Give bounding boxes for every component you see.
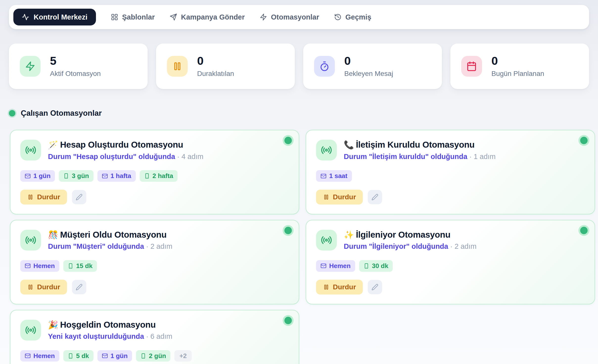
stat-label: Duraklatılan (197, 70, 234, 78)
mail-badge: 1 hafta (97, 170, 136, 182)
pencil-icon (76, 284, 83, 291)
send-icon (170, 13, 177, 21)
stop-button-label: Durdur (37, 193, 60, 201)
badge-label: 15 dk (76, 262, 93, 270)
badge-row: 1 saat (316, 170, 585, 182)
stop-button[interactable]: Durdur (316, 280, 363, 295)
edit-button[interactable] (368, 190, 382, 204)
zap-icon-tile (20, 56, 41, 77)
history-icon (334, 13, 342, 21)
tab-label: Şablonlar (122, 13, 155, 21)
mail-badge: 1 gün (97, 350, 132, 362)
badge-label: 2 gün (149, 352, 166, 360)
automation-emoji: 🎊 (48, 230, 58, 239)
phone-icon (63, 173, 69, 179)
timer-icon-tile (314, 56, 335, 77)
card-head: 🪄Hesap Oluşturdu Otomasyonu Durum "Hesap… (20, 140, 289, 161)
actions-row: Durdur (20, 190, 289, 205)
phone-badge: 30 dk (359, 260, 393, 272)
radio-icon-tile (20, 230, 41, 250)
activity-icon (22, 13, 29, 21)
mail-badge: 1 gün (20, 170, 55, 182)
tab-kampanya-gonder[interactable]: Kampanya Gönder (170, 13, 245, 21)
pause-icon (27, 284, 34, 290)
stop-button[interactable]: Durdur (316, 190, 363, 205)
badge-label: 1 gün (33, 172, 50, 180)
stat-label: Bekleyen Mesaj (344, 70, 393, 78)
active-status-dot (284, 317, 292, 324)
stop-button[interactable]: Durdur (20, 280, 67, 295)
automation-emoji: 🎉 (48, 320, 58, 329)
stop-button[interactable]: Durdur (20, 190, 67, 205)
stat-card-bugun-planlanan: 0 Bugün Planlanan (450, 44, 589, 89)
active-status-dot (580, 227, 588, 234)
stat-value: 5 (50, 55, 101, 67)
badge-row: Hemen30 dk (316, 260, 585, 272)
mail-badge: Hemen (20, 350, 59, 362)
stat-card-aktif-otomasyon: 5 Aktif Otomasyon (9, 44, 148, 89)
phone-icon (68, 263, 73, 269)
timer-icon (319, 61, 330, 71)
trigger-text: Yeni kayıt oluşturulduğunda (48, 332, 144, 340)
phone-badge: 3 gün (59, 170, 93, 182)
pencil-icon (371, 194, 378, 201)
pause-icon (172, 61, 183, 71)
mail-icon (102, 353, 108, 359)
automation-subtitle: Durum "Hesap oluşturdu" olduğunda · 4 ad… (48, 152, 203, 161)
badge-label: Hemen (33, 352, 55, 360)
trigger-text: Durum "Müşteri" olduğunda (48, 242, 144, 250)
pencil-icon (76, 194, 83, 201)
radio-icon (25, 144, 36, 156)
phone-icon (144, 173, 150, 179)
stat-value: 0 (491, 55, 544, 67)
pause-icon-tile (167, 56, 188, 77)
active-status-dot (284, 227, 292, 234)
stop-button-label: Durdur (333, 283, 356, 291)
phone-icon (68, 353, 73, 359)
automation-emoji: 🪄 (48, 140, 58, 149)
card-head: 🎉Hoşgeldin Otomasyonu Yeni kayıt oluştur… (20, 320, 289, 341)
stats-row: 5 Aktif Otomasyon 0 Duraklatılan 0 Bekle… (9, 44, 589, 89)
steps-text: · 1 adım (469, 153, 496, 160)
steps-text: · 6 adım (146, 332, 172, 340)
mail-badge: 1 saat (316, 170, 352, 182)
actions-row: Durdur (20, 280, 289, 295)
automation-card-musteri-oldu: 🎊Müşteri Oldu Otomasyonu Durum "Müşteri"… (10, 220, 299, 304)
edit-button[interactable] (368, 280, 382, 294)
radio-icon-tile (316, 230, 337, 250)
tab-gecmis[interactable]: Geçmiş (334, 13, 371, 21)
stat-label: Aktif Otomasyon (50, 70, 101, 78)
tab-sablonlar[interactable]: Şablonlar (111, 13, 155, 21)
edit-button[interactable] (72, 280, 86, 294)
phone-badge: 2 hafta (140, 170, 178, 182)
trigger-text: Durum "İletişim kuruldu" olduğunda (344, 153, 467, 160)
tab-otomasyonlar[interactable]: Otomasyonlar (260, 13, 319, 21)
stat-texts: 0 Bugün Planlanan (491, 55, 544, 78)
automation-title: ✨İlgileniyor Otomasyonu (344, 230, 477, 240)
radio-icon (321, 234, 332, 246)
radio-icon (25, 234, 36, 246)
stop-button-label: Durdur (333, 193, 356, 201)
pause-icon (323, 194, 329, 200)
mail-icon (321, 263, 326, 269)
automation-subtitle: Durum "Müşteri" olduğunda · 2 adım (48, 242, 172, 251)
automation-subtitle: Yeni kayıt oluşturulduğunda · 6 adım (48, 332, 172, 341)
steps-text: · 4 adım (177, 153, 203, 160)
edit-button[interactable] (72, 190, 86, 204)
tab-label: Geçmiş (345, 13, 371, 21)
radio-icon-tile (20, 140, 41, 160)
mail-icon (25, 263, 31, 269)
zap-icon (260, 13, 267, 21)
stat-label: Bugün Planlanan (491, 70, 544, 78)
active-status-dot (580, 137, 588, 144)
card-texts: ✨İlgileniyor Otomasyonu Durum "İlgileniy… (344, 230, 477, 251)
tab-kontrol-merkezi[interactable]: Kontrol Merkezi (13, 9, 96, 25)
pause-icon (27, 194, 34, 200)
automation-emoji: ✨ (344, 230, 354, 239)
badge-label: 5 dk (76, 352, 89, 360)
automation-card-iletisim-kuruldu: 📞İletişim Kuruldu Otomasyonu Durum "İlet… (306, 130, 595, 214)
phone-badge: 2 gün (136, 350, 170, 362)
badge-label: Hemen (329, 262, 351, 270)
stat-value: 0 (344, 55, 393, 67)
top-navigation: Kontrol MerkeziŞablonlarKampanya GönderO… (9, 5, 589, 29)
